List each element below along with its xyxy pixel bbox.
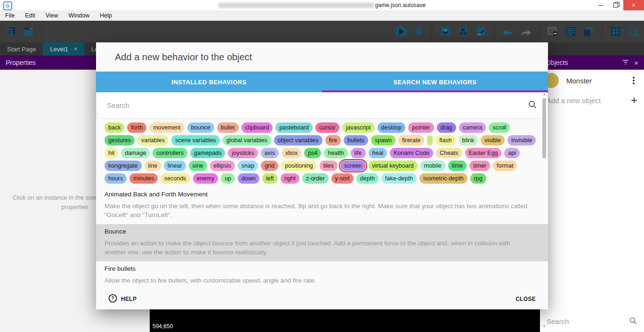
tab-level1[interactable]: Level1 × (43, 42, 84, 56)
tag-chip-drag[interactable]: drag (437, 122, 456, 133)
tag-chip-scroll[interactable]: scroll (489, 122, 510, 133)
tag-chip-hours[interactable]: hours (105, 173, 127, 184)
mask-icon[interactable] (547, 25, 559, 38)
menu-help[interactable]: Help (95, 10, 117, 21)
add-object-row[interactable]: Add a new object + (540, 91, 644, 109)
tag-chip-isometric-depth[interactable]: isometric-depth (419, 173, 467, 184)
tag-chip-blank[interactable] (427, 135, 433, 146)
tag-chip-invisible[interactable]: invisible (507, 135, 536, 146)
tag-chip-global-variables[interactable]: global variables (223, 135, 271, 146)
menu-view[interactable]: View (40, 10, 64, 21)
tag-chip-forth[interactable]: forth (127, 122, 146, 133)
tag-chip-hit[interactable]: hit (105, 148, 118, 158)
tag-chip-enemy[interactable]: enemy (193, 173, 218, 184)
tag-chip-desktop[interactable]: desktop (378, 122, 406, 133)
tag-chip-cursor[interactable]: cursor (315, 122, 339, 133)
tab-installed-behaviors[interactable]: INSTALLED BEHAVIORS (96, 72, 322, 92)
tag-chip-scene-variables[interactable]: scene variables (171, 135, 220, 146)
tag-chip-clipboard[interactable]: clipboard (242, 122, 273, 133)
scroll-down-icon[interactable]: ▼ (541, 324, 547, 328)
tag-chip-sine[interactable]: sine (189, 161, 207, 171)
tag-chip-tiles[interactable]: tiles (320, 161, 338, 171)
tag-chip-minutes[interactable]: minutes (129, 173, 158, 184)
tag-chip-fire[interactable]: fire (325, 135, 341, 146)
scene-editor-icon[interactable] (23, 25, 35, 38)
tag-chip-movement[interactable]: movement (149, 122, 184, 133)
tag-chip-pointer[interactable]: pointer (408, 122, 434, 133)
behavior-item-fire-bullets[interactable]: Fire bulletsAllow the object to fire bul… (96, 261, 548, 288)
tag-chip-joysticks[interactable]: joysticks (228, 148, 258, 158)
tag-chip-spawn[interactable]: spawn (371, 135, 395, 146)
tag-chip-virtual-keyboard[interactable]: virtual keyboard (369, 161, 418, 171)
scene-properties-icon[interactable] (475, 25, 487, 38)
tag-chip-konami-code[interactable]: Konami Code (390, 148, 433, 158)
tag-chip-bounce[interactable]: bounce (187, 122, 214, 133)
tag-chip-ellipsis[interactable]: ellipsis (210, 161, 235, 171)
close-dialog-button[interactable]: CLOSE (515, 296, 536, 302)
grid-icon[interactable] (609, 25, 621, 38)
tag-chip-right[interactable]: right (281, 173, 299, 184)
close-window-button[interactable]: × (623, 0, 644, 10)
tag-chip-gamepads[interactable]: gamepads (190, 148, 225, 158)
tag-chip-life[interactable]: life (351, 148, 366, 158)
tag-chip-bullets[interactable]: bullets (344, 135, 368, 146)
minimize-button[interactable] (593, 0, 608, 10)
tag-chip-camera[interactable]: camera (459, 122, 486, 133)
restore-button[interactable] (608, 0, 623, 10)
tag-chip-up[interactable]: up (221, 173, 235, 184)
behavior-search-field[interactable]: Search (96, 92, 548, 119)
events-sheet-icon[interactable] (5, 25, 17, 38)
scrollbar-thumb[interactable] (542, 98, 546, 158)
instances-list-icon[interactable] (564, 25, 577, 38)
tag-chip-z-order[interactable]: z-order (302, 173, 329, 184)
tag-chip-timer[interactable]: timer (469, 161, 490, 171)
tag-chip-down[interactable]: down (238, 173, 259, 184)
tag-chip-y-sort[interactable]: y-sort (331, 173, 354, 184)
tag-chip-api[interactable]: api (504, 148, 520, 158)
tag-chip-left[interactable]: left (262, 173, 278, 184)
tag-chip-object-variables[interactable]: object variables (274, 135, 322, 146)
tag-chip-grid[interactable]: grid (261, 161, 278, 171)
tag-chip-visible[interactable]: visible (481, 135, 505, 146)
tab-close-icon[interactable]: × (74, 46, 77, 52)
kebab-menu-icon[interactable] (633, 80, 635, 81)
tag-chip-positioning[interactable]: positioning (281, 161, 317, 171)
tag-chip-xbox[interactable]: xbox (282, 148, 301, 158)
debug-icon[interactable] (412, 25, 425, 38)
menu-file[interactable]: File (0, 10, 20, 21)
tag-chip-kongregate[interactable]: kongregate (105, 161, 142, 171)
tab-search-new-behaviors[interactable]: SEARCH NEW BEHAVIORS (322, 72, 548, 92)
tag-chip-format[interactable]: format (493, 161, 517, 171)
tag-chip-easter-egg[interactable]: Easter Egg (465, 148, 502, 158)
objects-groups-icon[interactable] (457, 25, 469, 38)
objects-search-field[interactable]: Search (540, 311, 644, 332)
tag-chip-linear[interactable]: linear (164, 161, 186, 171)
tag-chip-pasteboard[interactable]: pasteboard (275, 122, 313, 133)
tag-chip-mobile[interactable]: mobile (420, 161, 445, 171)
menu-window[interactable]: Window (64, 10, 95, 21)
tag-chip-heal[interactable]: heal (369, 148, 387, 158)
tag-chip-seconds[interactable]: seconds (161, 173, 190, 184)
tag-chip-line[interactable]: line (145, 161, 161, 171)
tag-chip-blink[interactable]: blink (459, 135, 478, 146)
filter-icon[interactable] (622, 58, 629, 67)
redo-icon[interactable] (520, 25, 532, 38)
tag-chip-back[interactable]: back (105, 122, 124, 133)
undo-icon[interactable] (502, 25, 514, 38)
tag-chip-bullet[interactable]: bullet (217, 122, 239, 133)
tag-chip-rpg[interactable]: rpg (470, 173, 486, 184)
object-row-monster[interactable]: Monster (540, 70, 644, 91)
tag-chip-firerate[interactable]: firerate (398, 135, 424, 146)
layers-icon[interactable] (582, 25, 595, 38)
tab-start-page[interactable]: Start Page (0, 42, 43, 56)
tag-chip-ps4[interactable]: ps4 (304, 148, 321, 158)
tag-chip-controllers[interactable]: controllers (153, 148, 187, 158)
tag-chip-variables[interactable]: variables (137, 135, 169, 146)
tag-chip-flash[interactable]: flash (435, 135, 455, 146)
add-object-icon[interactable] (439, 25, 451, 38)
zoom-original-icon[interactable]: 1:1 (627, 25, 639, 38)
behavior-item-animated-back-and-forth-movement[interactable]: Animated Back and Forth MovementMake the… (96, 187, 548, 224)
tag-chip-time[interactable]: time (448, 161, 467, 171)
play-icon[interactable] (394, 25, 407, 38)
plus-icon[interactable]: + (631, 95, 637, 106)
